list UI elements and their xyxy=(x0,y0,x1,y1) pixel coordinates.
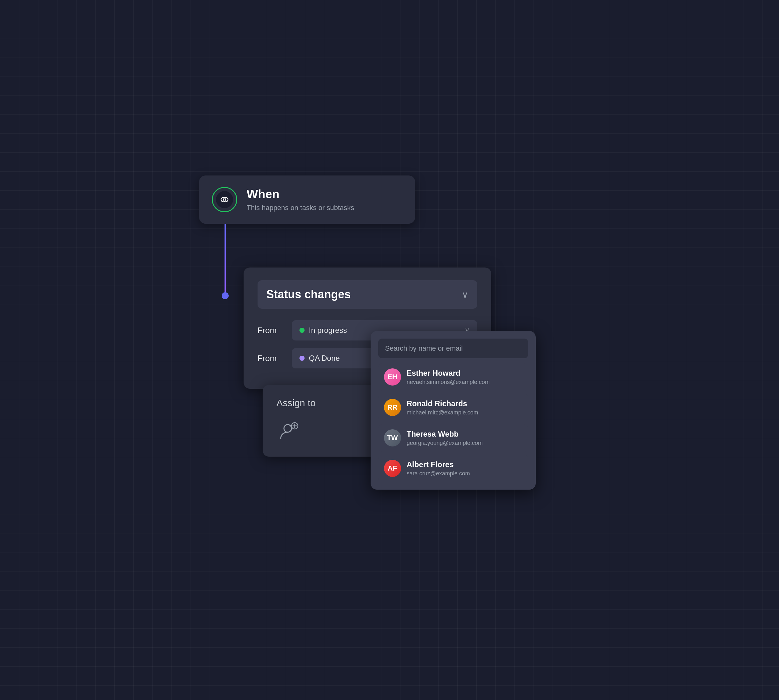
when-icon-inner xyxy=(216,191,233,208)
person-info-esther: Esther Howard nevaeh.simmons@example.com xyxy=(407,369,490,385)
status-dot-green xyxy=(299,328,304,333)
chevron-down-icon: ∨ xyxy=(462,289,468,300)
person-item-albert[interactable]: AF Albert Flores sara.cruz@example.com xyxy=(378,455,528,482)
from-label-2: From xyxy=(257,353,283,363)
person-item-theresa[interactable]: TW Theresa Webb georgia.young@example.co… xyxy=(378,424,528,452)
when-title: When xyxy=(247,188,354,201)
avatar-ronald: RR xyxy=(384,399,401,416)
search-box[interactable]: Search by name or email xyxy=(378,338,528,358)
status-header-title: Status changes xyxy=(266,288,351,301)
connector-line xyxy=(224,224,226,293)
person-info-albert: Albert Flores sara.cruz@example.com xyxy=(407,460,470,477)
main-scene: When This happens on tasks or subtasks S… xyxy=(199,175,580,525)
search-placeholder: Search by name or email xyxy=(385,344,463,352)
when-icon-wrapper xyxy=(212,187,237,212)
person-email-ronald: michael.mitc@example.com xyxy=(407,409,478,416)
from-value-2: QA Done xyxy=(309,354,340,363)
when-subtitle: This happens on tasks or subtasks xyxy=(247,204,354,212)
person-info-ronald: Ronald Richards michael.mitc@example.com xyxy=(407,399,478,416)
connector-dot xyxy=(222,292,229,299)
person-info-theresa: Theresa Webb georgia.young@example.com xyxy=(407,430,483,447)
person-email-theresa: georgia.young@example.com xyxy=(407,440,483,447)
person-item-ronald[interactable]: RR Ronald Richards michael.mitc@example.… xyxy=(378,394,528,421)
person-name-ronald: Ronald Richards xyxy=(407,399,478,408)
from-value-1: In progress xyxy=(309,326,347,335)
avatar-albert: AF xyxy=(384,460,401,477)
avatar-theresa: TW xyxy=(384,429,401,447)
when-text-group: When This happens on tasks or subtasks xyxy=(247,188,354,212)
avatar-esther: EH xyxy=(384,368,401,385)
people-panel: Search by name or email EH Esther Howard… xyxy=(371,331,536,490)
svg-point-2 xyxy=(284,425,291,432)
add-person-button[interactable] xyxy=(277,418,302,444)
person-name-theresa: Theresa Webb xyxy=(407,430,483,438)
from-dropdown-left-2: QA Done xyxy=(299,354,340,363)
person-name-albert: Albert Flores xyxy=(407,460,470,469)
status-header[interactable]: Status changes ∨ xyxy=(257,280,477,309)
person-email-albert: sara.cruz@example.com xyxy=(407,470,470,477)
person-email-esther: nevaeh.simmons@example.com xyxy=(407,379,490,385)
status-dot-purple xyxy=(299,356,304,361)
person-name-esther: Esther Howard xyxy=(407,369,490,378)
person-item-esther[interactable]: EH Esther Howard nevaeh.simmons@example.… xyxy=(378,363,528,391)
when-card: When This happens on tasks or subtasks xyxy=(199,175,415,224)
from-label-1: From xyxy=(257,325,283,335)
from-dropdown-left-1: In progress xyxy=(299,326,347,335)
